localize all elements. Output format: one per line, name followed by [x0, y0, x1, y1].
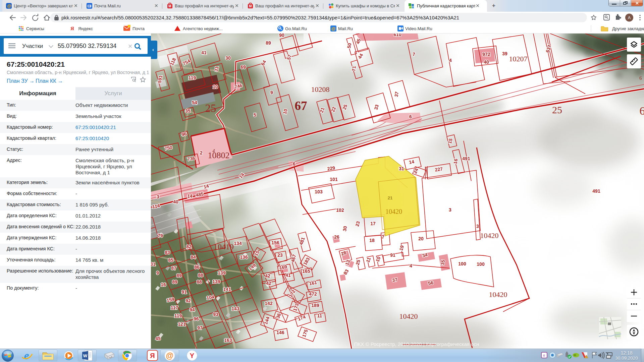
svg-text:31: 31: [399, 166, 404, 171]
svg-text:136: 136: [240, 254, 248, 260]
svg-text:89: 89: [266, 40, 271, 46]
svg-text:Я: Я: [70, 26, 74, 31]
svg-text:pkk.rosreestr.ru/#/search/55.0: pkk.rosreestr.ru/#/search/55.08000535202…: [61, 15, 459, 20]
svg-text:10207: 10207: [509, 55, 528, 63]
svg-text:229: 229: [327, 165, 336, 171]
svg-text:119: 119: [174, 313, 182, 318]
svg-text:16: 16: [161, 282, 166, 287]
svg-text:23: 23: [277, 252, 283, 258]
svg-text:83: 83: [165, 250, 170, 255]
svg-text:3: 3: [449, 207, 451, 213]
svg-text:4: 4: [449, 58, 452, 63]
svg-text:41: 41: [285, 273, 291, 278]
svg-text:4: 4: [213, 148, 215, 154]
svg-text:97: 97: [197, 325, 203, 330]
svg-text:30: 30: [342, 226, 348, 232]
svg-text:6: 6: [293, 161, 296, 167]
svg-text:6: 6: [639, 75, 642, 81]
svg-text:227: 227: [435, 166, 443, 172]
svg-text:141: 141: [223, 287, 231, 292]
svg-text:134: 134: [234, 241, 242, 246]
svg-text:e: e: [24, 350, 29, 361]
svg-text:Y: Y: [190, 352, 195, 359]
svg-text:7: 7: [382, 234, 384, 240]
svg-text:@: @: [166, 351, 173, 360]
svg-text:40: 40: [484, 59, 489, 65]
svg-text:69: 69: [240, 64, 246, 70]
svg-text:20: 20: [418, 236, 424, 241]
svg-text:7: 7: [413, 52, 415, 57]
svg-text:17: 17: [370, 221, 376, 226]
svg-text:142: 142: [265, 301, 273, 306]
svg-text:90: 90: [279, 34, 284, 38]
svg-text:94: 94: [190, 307, 195, 312]
svg-text:146: 146: [276, 330, 284, 335]
svg-text:Я: Я: [150, 352, 155, 359]
svg-text:100: 100: [458, 261, 466, 266]
svg-text:42: 42: [266, 281, 271, 286]
svg-text:472: 472: [309, 291, 317, 297]
svg-text:W: W: [83, 353, 88, 358]
svg-text:82: 82: [186, 244, 192, 249]
svg-text:139: 139: [212, 279, 220, 284]
svg-text:121: 121: [178, 321, 186, 327]
svg-text:54: 54: [192, 100, 197, 105]
svg-text:102: 102: [336, 207, 344, 213]
svg-text:39: 39: [502, 51, 507, 56]
svg-text:9: 9: [270, 90, 273, 95]
svg-text:5: 5: [254, 112, 256, 118]
svg-text:156: 156: [271, 240, 279, 245]
svg-text:10420: 10420: [489, 290, 507, 299]
svg-text:91: 91: [390, 252, 395, 258]
svg-text:10420: 10420: [385, 208, 402, 215]
svg-text:!: !: [586, 356, 587, 358]
svg-text:88: 88: [198, 273, 203, 278]
svg-text:85: 85: [168, 257, 173, 263]
svg-text:ПКХ © Росреестр, 2010-2020 | К: ПКХ © Росреестр, 2010-2020 | Картографич…: [354, 341, 479, 347]
svg-text:143: 143: [231, 306, 239, 311]
svg-text:119: 119: [189, 75, 196, 80]
svg-text:89: 89: [176, 273, 182, 278]
svg-text:26: 26: [334, 234, 339, 240]
svg-text:45: 45: [155, 336, 161, 341]
svg-text:91: 91: [181, 289, 187, 295]
svg-text:163: 163: [224, 338, 232, 343]
svg-text:610: 610: [393, 34, 401, 37]
svg-text:84: 84: [191, 254, 196, 260]
svg-text:41: 41: [201, 50, 207, 55]
svg-text:10802: 10802: [208, 150, 230, 160]
svg-text:10420: 10420: [480, 231, 499, 240]
svg-text:87: 87: [171, 265, 176, 271]
svg-text:86: 86: [194, 264, 200, 270]
svg-text:10420: 10420: [399, 312, 418, 320]
svg-text:30: 30: [225, 55, 231, 61]
svg-text:40: 40: [173, 199, 178, 204]
svg-text:14: 14: [187, 193, 193, 199]
svg-text:10208: 10208: [311, 85, 330, 94]
svg-text:491: 491: [592, 188, 600, 194]
svg-text:117: 117: [171, 305, 178, 310]
svg-text:11: 11: [317, 313, 322, 318]
svg-text:79: 79: [158, 233, 163, 238]
svg-text:165: 165: [302, 268, 310, 274]
svg-text:103: 103: [315, 189, 323, 194]
svg-text:31: 31: [151, 261, 156, 267]
svg-text:16: 16: [452, 158, 459, 164]
svg-text:67: 67: [295, 99, 307, 113]
svg-text:14: 14: [409, 159, 415, 165]
svg-text:6: 6: [409, 114, 412, 119]
svg-text:50: 50: [346, 43, 352, 49]
svg-text:37: 37: [392, 277, 398, 283]
svg-text:92: 92: [185, 298, 191, 303]
svg-text:2: 2: [200, 150, 203, 156]
svg-text:18: 18: [369, 238, 375, 243]
svg-text:25: 25: [205, 102, 216, 114]
svg-text:3: 3: [476, 224, 479, 229]
svg-text:71: 71: [351, 66, 357, 71]
svg-text:9: 9: [156, 270, 159, 276]
svg-text:21: 21: [388, 195, 392, 200]
svg-text:35: 35: [440, 259, 446, 265]
svg-text:139: 139: [218, 270, 226, 276]
svg-text:10: 10: [213, 84, 218, 89]
svg-text:93: 93: [213, 312, 218, 317]
